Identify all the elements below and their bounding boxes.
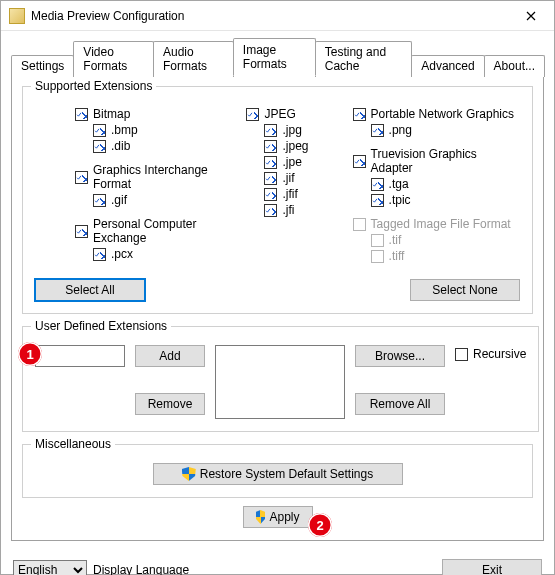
add-button[interactable]: Add	[135, 345, 205, 367]
check-tga[interactable]: .tga	[371, 177, 520, 191]
group-misc: Miscellaneous Restore System Default Set…	[22, 444, 533, 498]
group-supported-label: Supported Extensions	[31, 79, 156, 93]
shield-icon	[256, 510, 266, 524]
check-tpic[interactable]: .tpic	[371, 193, 520, 207]
check-jpg[interactable]: .jpg	[264, 123, 344, 137]
remove-button[interactable]: Remove	[135, 393, 205, 415]
check-tga-group[interactable]: Truevision Graphics Adapter	[353, 147, 520, 175]
check-jfi[interactable]: .jfi	[264, 203, 344, 217]
check-png[interactable]: .png	[371, 123, 520, 137]
check-gif-group[interactable]: Graphics Interchange Format	[75, 163, 238, 191]
check-jfif[interactable]: .jfif	[264, 187, 344, 201]
check-jpeg-group[interactable]: JPEG	[246, 107, 344, 121]
tab-audio-formats[interactable]: Audio Formats	[153, 41, 234, 77]
title-bar: Media Preview Configuration	[1, 1, 554, 31]
apply-button[interactable]: Apply	[243, 506, 313, 528]
close-button[interactable]	[508, 1, 554, 30]
annotation-1: 1	[18, 342, 42, 366]
check-recursive[interactable]: Recursive	[455, 347, 526, 361]
tab-strip: Settings Video Formats Audio Formats Ima…	[11, 37, 544, 75]
group-supported-extensions: Supported Extensions Bitmap .bmp .dib Gr…	[22, 86, 533, 314]
footer: English Display Language Exit	[1, 551, 554, 575]
group-user-defined-label: User Defined Extensions	[31, 319, 171, 333]
app-icon	[9, 8, 25, 24]
annotation-2: 2	[308, 513, 332, 537]
close-icon	[526, 11, 536, 21]
check-bmp[interactable]: .bmp	[93, 123, 238, 137]
select-none-button[interactable]: Select None	[410, 279, 520, 301]
check-jif[interactable]: .jif	[264, 171, 344, 185]
tab-video-formats[interactable]: Video Formats	[73, 41, 154, 77]
check-pcx[interactable]: .pcx	[93, 247, 238, 261]
select-all-button[interactable]: Select All	[35, 279, 145, 301]
check-tif-group: Tagged Image File Format	[353, 217, 520, 231]
check-jpe[interactable]: .jpe	[264, 155, 344, 169]
check-dib[interactable]: .dib	[93, 139, 238, 153]
tab-panel-image-formats: Supported Extensions Bitmap .bmp .dib Gr…	[11, 75, 544, 541]
exit-button[interactable]: Exit	[442, 559, 542, 575]
check-tif: .tif	[371, 233, 520, 247]
group-user-defined: User Defined Extensions Add Remove Brows…	[22, 326, 539, 432]
extension-listbox[interactable]	[215, 345, 345, 419]
restore-defaults-button[interactable]: Restore System Default Settings	[153, 463, 403, 485]
browse-button[interactable]: Browse...	[355, 345, 445, 367]
window-title: Media Preview Configuration	[31, 9, 508, 23]
check-icon	[75, 108, 88, 121]
check-tiff: .tiff	[371, 249, 520, 263]
remove-all-button[interactable]: Remove All	[355, 393, 445, 415]
language-select[interactable]: English	[13, 560, 87, 576]
tab-about[interactable]: About...	[484, 55, 545, 77]
check-png-group[interactable]: Portable Network Graphics	[353, 107, 520, 121]
tab-advanced[interactable]: Advanced	[411, 55, 484, 77]
tab-testing-cache[interactable]: Testing and Cache	[315, 41, 412, 77]
language-label: Display Language	[93, 563, 189, 575]
check-bitmap[interactable]: Bitmap	[75, 107, 238, 121]
check-gif[interactable]: .gif	[93, 193, 238, 207]
shield-icon	[182, 467, 196, 481]
extension-input[interactable]	[35, 345, 125, 367]
tab-image-formats[interactable]: Image Formats	[233, 38, 316, 76]
group-misc-label: Miscellaneous	[31, 437, 115, 451]
check-jpeg[interactable]: .jpeg	[264, 139, 344, 153]
tab-settings[interactable]: Settings	[11, 55, 74, 77]
check-pcx-group[interactable]: Personal Computer Exchange	[75, 217, 238, 245]
